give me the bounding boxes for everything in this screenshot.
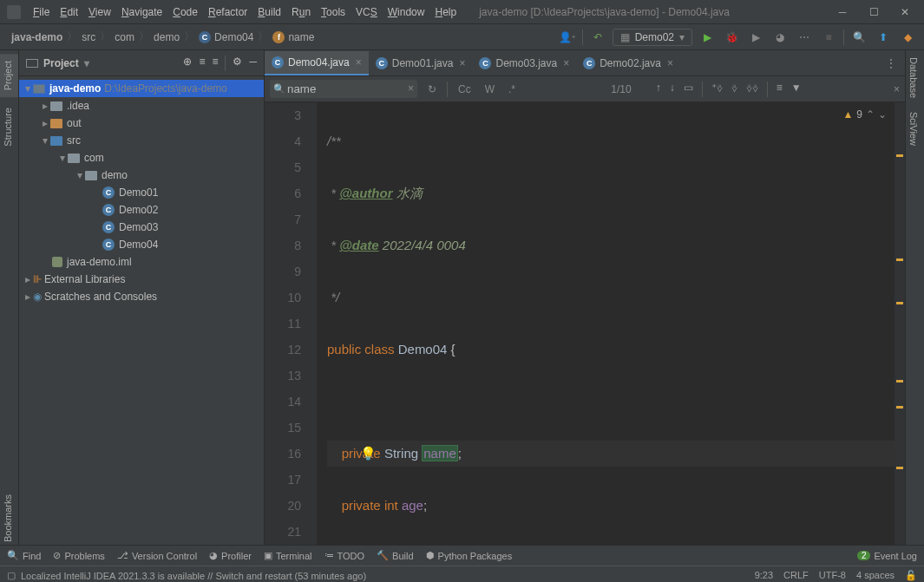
words-toggle[interactable]: W [482, 83, 498, 95]
tree-folder-demo[interactable]: ▾demo [19, 167, 264, 184]
tree-class-demo04[interactable]: CDemo04 [19, 236, 264, 253]
breadcrumb-src[interactable]: src [77, 31, 100, 43]
settings-gear-icon[interactable]: ⚙ [233, 56, 242, 71]
menu-edit[interactable]: Edit [55, 6, 83, 18]
rail-project[interactable]: Project [0, 54, 18, 97]
add-selection-icon[interactable]: ⁺⎀ [711, 82, 723, 97]
file-encoding[interactable]: UTF-8 [819, 570, 846, 581]
prev-match-icon[interactable]: ↑ [656, 82, 661, 97]
tree-class-demo03[interactable]: CDemo03 [19, 219, 264, 236]
menu-run[interactable]: Run [286, 6, 316, 18]
code-editor[interactable]: 345678910111213141516172021 /** * @autho… [265, 102, 905, 545]
menu-window[interactable]: Window [383, 6, 430, 18]
remove-selection-icon[interactable]: ⎀ [731, 82, 737, 97]
stop-button[interactable]: ■ [819, 28, 838, 47]
expand-all-icon[interactable]: ≡ [199, 56, 205, 71]
line-separator[interactable]: CRLF [783, 570, 809, 581]
editor-tab-demo03[interactable]: CDemo03.java× [472, 51, 576, 75]
coverage-button[interactable]: ▶ [746, 28, 765, 47]
inspection-widget[interactable]: ▲9 ⌃⌄ [840, 108, 889, 121]
tree-folder-com[interactable]: ▾com [19, 149, 264, 167]
tree-folder-out[interactable]: ▸out [19, 114, 264, 132]
search-history-icon[interactable]: ↻ [424, 83, 440, 95]
breadcrumb-com[interactable]: com [110, 31, 139, 43]
error-stripe[interactable] [895, 102, 905, 545]
editor-tab-demo02[interactable]: CDemo02.java× [576, 51, 680, 75]
tool-terminal[interactable]: ▣ Terminal [264, 550, 312, 561]
editor-tab-demo04[interactable]: CDemo04.java× [265, 51, 369, 75]
menu-build[interactable]: Build [252, 6, 286, 18]
tree-root-module[interactable]: ▾java-demoD:\IdeaProjects\java-demo [19, 80, 264, 97]
funnel-icon[interactable]: ▼ [791, 82, 802, 97]
tab-options-icon[interactable]: ⋮ [877, 57, 905, 69]
tool-python[interactable]: ⬢ Python Packages [426, 550, 513, 561]
menu-help[interactable]: Help [429, 6, 462, 18]
caret-position[interactable]: 9:23 [755, 570, 773, 581]
match-case-toggle[interactable]: Cc [455, 83, 475, 95]
back-arrow-icon[interactable]: ↶ [588, 28, 607, 47]
tool-vcs[interactable]: ⎇ Version Control [117, 550, 197, 561]
search-everywhere-icon[interactable]: 🔍 [849, 28, 868, 47]
ide-features-icon[interactable]: ◆ [898, 28, 917, 47]
maximize-button[interactable]: ☐ [862, 3, 886, 21]
intention-bulb-icon[interactable]: 💡 [360, 441, 377, 467]
breadcrumb-class[interactable]: CDemo04 [194, 31, 258, 43]
minimize-button[interactable]: ─ [830, 3, 855, 21]
close-find-bar-icon[interactable]: × [894, 83, 900, 95]
menu-refactor[interactable]: Refactor [203, 6, 252, 18]
select-all-icon[interactable]: ▭ [684, 82, 693, 97]
breadcrumb-project[interactable]: java-demo [7, 31, 67, 43]
tab-close-icon[interactable]: × [563, 57, 569, 69]
tab-close-icon[interactable]: × [667, 57, 673, 69]
select-opened-file-icon[interactable]: ⊕ [183, 56, 192, 71]
tree-folder-src[interactable]: ▾src [19, 132, 264, 149]
tab-close-icon[interactable]: × [459, 57, 465, 69]
readonly-lock-icon[interactable]: 🔓 [905, 570, 917, 581]
tree-class-demo02[interactable]: CDemo02 [19, 201, 264, 219]
clear-search-icon[interactable]: × [408, 82, 414, 95]
breadcrumb-field[interactable]: fname [268, 31, 318, 43]
tree-class-demo01[interactable]: CDemo01 [19, 184, 264, 201]
more-run-icon[interactable]: ⋯ [795, 28, 814, 47]
rail-bookmarks[interactable]: Bookmarks [0, 487, 16, 549]
hide-panel-icon[interactable]: ─ [249, 56, 257, 71]
line-gutter[interactable]: 345678910111213141516172021 [265, 102, 317, 545]
update-button[interactable]: ⬆ [874, 28, 893, 47]
run-configuration-selector[interactable]: ▦Demo02▾ [613, 29, 692, 46]
tool-profiler[interactable]: ◕ Profiler [209, 550, 252, 561]
find-input[interactable] [270, 80, 417, 98]
menu-navigate[interactable]: Navigate [116, 6, 167, 18]
close-button[interactable]: ✕ [893, 3, 917, 21]
breadcrumb-demo[interactable]: demo [149, 31, 184, 43]
tool-problems[interactable]: ⊘ Problems [53, 550, 104, 561]
select-all-occ-icon[interactable]: ⎀⎀ [746, 82, 758, 97]
profile-button[interactable]: ◕ [770, 28, 790, 47]
rail-database[interactable]: Database [906, 50, 921, 105]
indent-setting[interactable]: 4 spaces [856, 570, 895, 581]
tree-external-libraries[interactable]: ▸⊪External Libraries [19, 271, 264, 288]
run-button[interactable]: ▶ [698, 28, 717, 47]
collapse-all-icon[interactable]: ≡ [212, 56, 218, 71]
rail-sciview[interactable]: SciView [906, 105, 921, 153]
menu-file[interactable]: File [28, 6, 55, 18]
menu-vcs[interactable]: VCS [351, 6, 383, 18]
tab-close-icon[interactable]: × [356, 56, 362, 69]
tool-eventlog[interactable]: 2 Event Log [857, 551, 917, 561]
tool-find[interactable]: 🔍 Find [7, 550, 41, 561]
menu-view[interactable]: View [83, 6, 116, 18]
add-user-icon[interactable]: 👤+ [558, 28, 577, 47]
regex-toggle[interactable]: .* [505, 83, 519, 95]
tree-scratches[interactable]: ▸◉Scratches and Consoles [19, 288, 264, 305]
status-corner-icon[interactable]: ▢ [7, 570, 16, 581]
filter-icon[interactable]: ≡ [777, 82, 783, 97]
tool-todo[interactable]: ≔ TODO [324, 550, 365, 561]
status-message[interactable]: Localized IntelliJ IDEA 2021.3.3 is avai… [21, 571, 366, 581]
next-match-icon[interactable]: ↓ [670, 82, 675, 97]
rail-structure[interactable]: Structure [0, 101, 18, 154]
menu-code[interactable]: Code [167, 6, 203, 18]
tool-build[interactable]: 🔨 Build [377, 550, 413, 561]
debug-button[interactable]: 🐞 [722, 28, 741, 47]
tree-folder-idea[interactable]: ▸.idea [19, 97, 264, 114]
tree-iml-file[interactable]: java-demo.iml [19, 253, 264, 271]
menu-tools[interactable]: Tools [316, 6, 351, 18]
